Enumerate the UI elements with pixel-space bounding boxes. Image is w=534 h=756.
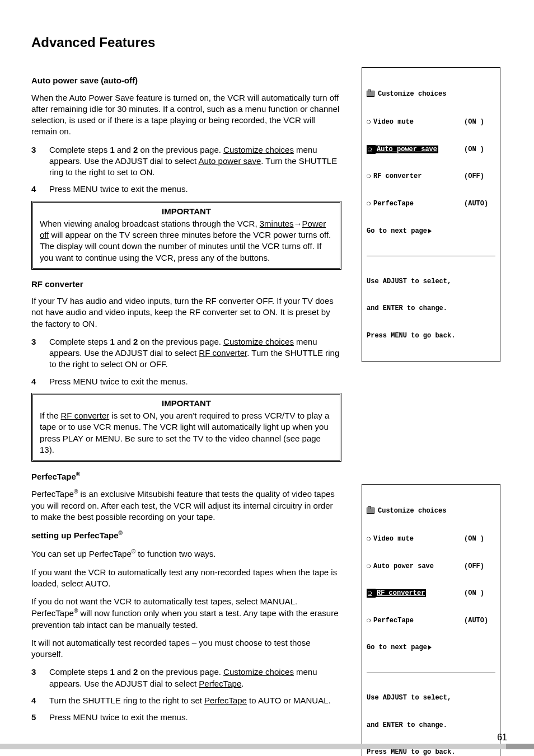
step-3: 3 Complete steps 1 and 2 on the previous… bbox=[31, 336, 341, 370]
step-4: 4 Press MENU twice to exit the menus. bbox=[31, 184, 341, 195]
folder-icon bbox=[367, 91, 374, 97]
step-text: Press MENU twice to exit the menus. bbox=[49, 712, 341, 723]
osd-help: Use ADJUST to select, bbox=[367, 277, 495, 286]
step-5: 5 Press MENU twice to exit the menus. bbox=[31, 712, 341, 723]
osd-help: and ENTER to change. bbox=[367, 304, 495, 313]
step-number: 3 bbox=[31, 144, 39, 179]
osd-row-auto-power-save: ❍Auto power save(OFF) bbox=[367, 562, 495, 571]
step-text: Press MENU twice to exit the menus. bbox=[49, 376, 341, 387]
osd-help: and ENTER to change. bbox=[367, 721, 495, 730]
osd-help: Use ADJUST to select, bbox=[367, 693, 495, 702]
osd-row-next-page: Go to next page bbox=[367, 227, 495, 236]
important-title: IMPORTANT bbox=[40, 398, 333, 409]
heading-perfectape: PerfecTape® bbox=[31, 471, 341, 482]
osd-row-rf-converter: ❍RF converter(ON ) bbox=[367, 589, 495, 598]
page: Advanced Features Auto power save (auto-… bbox=[0, 0, 534, 756]
osd-panel-auto-power-save: Customize choices ❍Video mute(ON ) ❍Auto… bbox=[362, 67, 500, 362]
important-text: When viewing analog broadcast stations t… bbox=[40, 218, 333, 264]
important-box: IMPORTANT When viewing analog broadcast … bbox=[31, 201, 341, 270]
osd-row-perfectape: ❍PerfecTape(AUTO) bbox=[367, 199, 495, 208]
page-title: Advanced Features bbox=[31, 34, 507, 51]
important-text: If the RF converter is set to ON, you ar… bbox=[40, 410, 333, 456]
step-number: 4 bbox=[31, 376, 39, 387]
triangle-right-icon bbox=[428, 645, 432, 650]
step-text: Complete steps 1 and 2 on the previous p… bbox=[49, 144, 341, 179]
heading-rf-converter: RF converter bbox=[31, 279, 341, 290]
body: Auto power save (auto-off) When the Auto… bbox=[31, 67, 507, 756]
osd-help: Press MENU to go back. bbox=[367, 331, 495, 340]
paragraph: When the Auto Power Save feature is turn… bbox=[31, 92, 341, 138]
folder-icon bbox=[367, 508, 374, 514]
paragraph: PerfecTape® is an exclusive Mitsubishi f… bbox=[31, 488, 341, 523]
paragraph: If you want the VCR to automatically tes… bbox=[31, 567, 341, 590]
step-3: 3 Complete steps 1 and 2 on the previous… bbox=[31, 666, 341, 689]
paragraph: If your TV has audio and video inputs, t… bbox=[31, 295, 341, 330]
step-number: 4 bbox=[31, 695, 39, 706]
osd-row-auto-power-save: ❍Auto power save(ON ) bbox=[367, 145, 495, 154]
osd-row-video-mute: ❍Video mute(ON ) bbox=[367, 534, 495, 543]
step-number: 5 bbox=[31, 712, 39, 723]
step-number: 3 bbox=[31, 336, 39, 370]
paragraph: It will not automatically test recorded … bbox=[31, 637, 341, 660]
step-number: 4 bbox=[31, 184, 39, 195]
step-4: 4 Press MENU twice to exit the menus. bbox=[31, 376, 341, 387]
step-4: 4 Turn the SHUTTLE ring to the right to … bbox=[31, 695, 341, 706]
osd-title: Customize choices bbox=[367, 90, 495, 98]
subheading: setting up PerfecTape® bbox=[31, 529, 341, 541]
triangle-right-icon bbox=[428, 229, 432, 233]
page-number: 61 bbox=[497, 731, 507, 744]
paragraph: If you do not want the VCR to automatica… bbox=[31, 596, 341, 631]
main-column: Auto power save (auto-off) When the Auto… bbox=[31, 67, 341, 756]
important-box: IMPORTANT If the RF converter is set to … bbox=[31, 393, 341, 462]
heading-auto-power-save: Auto power save (auto-off) bbox=[31, 75, 341, 86]
osd-title: Customize choices bbox=[367, 506, 495, 515]
step-text: Complete steps 1 and 2 on the previous p… bbox=[49, 666, 341, 689]
important-title: IMPORTANT bbox=[40, 206, 333, 217]
osd-row-perfectape: ❍PerfecTape(AUTO) bbox=[367, 616, 495, 625]
step-number: 3 bbox=[31, 666, 39, 689]
step-text: Press MENU twice to exit the menus. bbox=[49, 184, 341, 195]
osd-row-rf-converter: ❍RF converter(OFF) bbox=[367, 172, 495, 181]
step-3: 3 Complete steps 1 and 2 on the previous… bbox=[31, 144, 341, 179]
side-column: Customize choices ❍Video mute(ON ) ❍Auto… bbox=[362, 67, 507, 756]
footer-bar bbox=[0, 744, 534, 749]
osd-panel-rf-converter: Customize choices ❍Video mute(ON ) ❍Auto… bbox=[362, 484, 500, 756]
osd-row-video-mute: ❍Video mute(ON ) bbox=[367, 118, 495, 126]
paragraph: You can set up PerfecTape® to function t… bbox=[31, 548, 341, 560]
step-text: Complete steps 1 and 2 on the previous p… bbox=[49, 336, 341, 370]
osd-row-next-page: Go to next page bbox=[367, 643, 495, 652]
step-text: Turn the SHUTTLE ring to the right to se… bbox=[49, 695, 341, 706]
